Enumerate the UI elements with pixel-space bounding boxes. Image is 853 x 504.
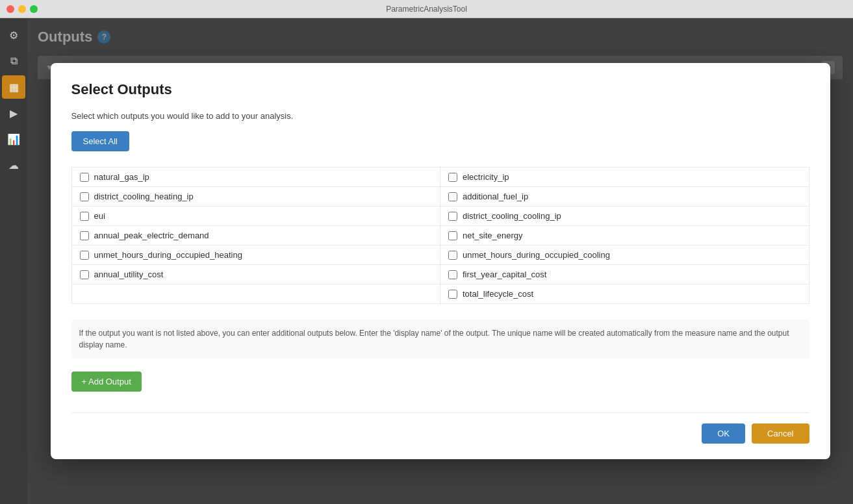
modal-title: Select Outputs: [71, 81, 809, 98]
cloud-icon: ☁: [8, 159, 19, 171]
main-content: Outputs ? ▼ OpenStudio Results ✕ Select …: [27, 18, 853, 504]
sidebar: ⚙ ⧉ ▦ ▶ 📊 ☁: [0, 18, 27, 504]
add-output-label: + Add Output: [82, 377, 131, 386]
tools-icon: ⚙: [9, 29, 18, 42]
sidebar-item-run[interactable]: ▶: [2, 101, 25, 125]
checkboxes-container: natural_gas_ip electricity_ip district_c…: [71, 167, 809, 304]
sidebar-item-outputs[interactable]: ▦: [2, 75, 25, 99]
list-item: electricity_ip: [440, 168, 809, 187]
annual-utility-cost-label: annual_utility_cost: [94, 270, 164, 279]
run-icon: ▶: [10, 107, 18, 120]
close-button[interactable]: [6, 5, 14, 13]
sidebar-item-results[interactable]: 📊: [2, 127, 25, 151]
unmet-hours-heating-checkbox[interactable]: [80, 251, 89, 260]
sidebar-item-files[interactable]: ⧉: [2, 49, 25, 73]
list-item: [72, 284, 441, 304]
files-icon: ⧉: [10, 55, 18, 67]
select-all-button[interactable]: Select All: [71, 131, 129, 151]
net-site-energy-checkbox[interactable]: [448, 231, 457, 240]
additional-fuel-ip-checkbox[interactable]: [448, 192, 457, 201]
list-item: district_cooling_cooling_ip: [440, 207, 809, 226]
first-year-capital-cost-label: first_year_capital_cost: [463, 270, 546, 279]
eui-label: eui: [94, 211, 105, 221]
unmet-hours-cooling-label: unmet_hours_during_occupied_cooling: [463, 250, 610, 260]
window-title: ParametricAnalysisTool: [386, 5, 467, 14]
electricity-ip-checkbox[interactable]: [448, 173, 457, 182]
list-item: unmet_hours_during_occupied_cooling: [440, 246, 809, 265]
eui-checkbox[interactable]: [80, 212, 89, 221]
results-icon: 📊: [7, 133, 20, 145]
electricity-ip-label: electricity_ip: [463, 172, 509, 182]
modal-footer: OK Cancel: [71, 412, 809, 444]
modal-description: Select which outputs you would like to a…: [71, 111, 809, 121]
list-item: first_year_capital_cost: [440, 265, 809, 284]
maximize-button[interactable]: [30, 5, 38, 13]
select-outputs-modal: Select Outputs Select which outputs you …: [51, 63, 830, 459]
add-output-button[interactable]: + Add Output: [71, 372, 142, 392]
ok-button[interactable]: OK: [702, 423, 745, 444]
unmet-hours-cooling-checkbox[interactable]: [448, 251, 457, 260]
district-cooling-cooling-ip-label: district_cooling_cooling_ip: [463, 211, 561, 221]
first-year-capital-cost-checkbox[interactable]: [448, 270, 457, 279]
modal-overlay: Select Outputs Select which outputs you …: [27, 18, 853, 504]
minimize-button[interactable]: [18, 5, 26, 13]
annual-peak-electric-demand-checkbox[interactable]: [80, 231, 89, 240]
district-cooling-heating-ip-checkbox[interactable]: [80, 192, 89, 201]
list-item: natural_gas_ip: [72, 168, 441, 187]
title-bar: ParametricAnalysisTool: [0, 0, 853, 18]
additional-fuel-ip-label: additional_fuel_ip: [463, 192, 528, 201]
additional-info-text: If the output you want is not listed abo…: [71, 320, 809, 359]
outputs-icon: ▦: [9, 81, 19, 94]
unmet-hours-heating-label: unmet_hours_during_occupied_heating: [94, 250, 242, 260]
list-item: unmet_hours_during_occupied_heating: [72, 246, 441, 265]
window-controls[interactable]: [6, 5, 38, 13]
list-item: eui: [72, 207, 441, 226]
sidebar-item-cloud[interactable]: ☁: [2, 153, 25, 177]
total-lifecycle-cost-checkbox[interactable]: [448, 290, 457, 299]
list-item: total_lifecycle_cost: [440, 284, 809, 304]
district-cooling-cooling-ip-checkbox[interactable]: [448, 212, 457, 221]
cancel-button[interactable]: Cancel: [752, 423, 809, 444]
total-lifecycle-cost-label: total_lifecycle_cost: [463, 289, 533, 299]
list-item: additional_fuel_ip: [440, 187, 809, 207]
district-cooling-heating-ip-label: district_cooling_heating_ip: [94, 192, 194, 201]
annual-peak-electric-demand-label: annual_peak_electric_demand: [94, 231, 209, 240]
list-item: annual_utility_cost: [72, 265, 441, 284]
natural-gas-ip-label: natural_gas_ip: [94, 172, 149, 182]
net-site-energy-label: net_site_energy: [463, 231, 523, 240]
list-item: annual_peak_electric_demand: [72, 226, 441, 246]
list-item: district_cooling_heating_ip: [72, 187, 441, 207]
list-item: net_site_energy: [440, 226, 809, 246]
sidebar-item-tools[interactable]: ⚙: [2, 23, 25, 47]
annual-utility-cost-checkbox[interactable]: [80, 270, 89, 279]
natural-gas-ip-checkbox[interactable]: [80, 173, 89, 182]
app-container: ⚙ ⧉ ▦ ▶ 📊 ☁ Outputs ? ▼ OpenStudio Re: [0, 18, 853, 504]
